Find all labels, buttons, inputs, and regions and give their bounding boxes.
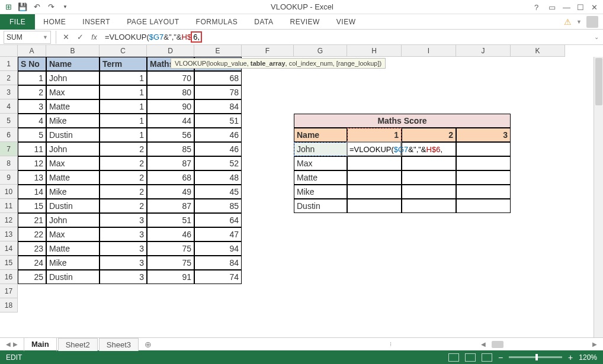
cell-maths-8[interactable]: 68 <box>147 170 194 185</box>
cell-sno-13[interactable]: 23 <box>18 241 46 256</box>
cell-name-8[interactable]: Matte <box>46 170 100 185</box>
colhead-B[interactable]: B <box>46 45 100 57</box>
rowhead-8[interactable]: 8 <box>0 156 17 170</box>
rowhead-4[interactable]: 4 <box>0 99 17 114</box>
rowhead-9[interactable]: 9 <box>0 170 17 185</box>
rowhead-18[interactable]: 18 <box>0 298 17 313</box>
namebox-dropdown-icon[interactable]: ▼ <box>43 34 48 40</box>
sheet-tab-main[interactable]: Main <box>24 337 57 352</box>
colhead-E[interactable]: E <box>194 45 242 57</box>
redo-icon[interactable]: ↷ <box>46 2 56 12</box>
cell-term-13[interactable]: 3 <box>100 241 147 256</box>
cell-sno-3[interactable]: 3 <box>18 99 46 114</box>
cell-sno-11[interactable]: 21 <box>18 213 46 227</box>
cell-term-9[interactable]: 2 <box>100 185 147 199</box>
save-icon[interactable]: 💾 <box>18 2 27 12</box>
rowhead-14[interactable]: 14 <box>0 241 17 256</box>
mcell-Mike-3[interactable] <box>456 185 511 199</box>
colhead-A[interactable]: A <box>18 45 46 57</box>
colhead-J[interactable]: J <box>456 45 511 57</box>
rowhead-11[interactable]: 11 <box>0 199 17 213</box>
cell-name-13[interactable]: Matte <box>46 241 100 256</box>
cell-maths-7[interactable]: 87 <box>147 156 194 170</box>
rowhead-1[interactable]: 1 <box>0 57 17 71</box>
mheader-1[interactable]: 1 <box>347 128 402 142</box>
cell-maths-14[interactable]: 75 <box>147 256 194 270</box>
cell-maths-5[interactable]: 56 <box>147 128 194 142</box>
name-box[interactable]: SUM ▼ <box>4 31 51 44</box>
cell-name-6[interactable]: John <box>46 142 100 156</box>
colhead-D[interactable]: D <box>147 45 194 57</box>
cell-sno-4[interactable]: 4 <box>18 114 46 128</box>
cell-maths-2[interactable]: 80 <box>147 85 194 99</box>
cell-term-2[interactable]: 1 <box>100 85 147 99</box>
colhead-F[interactable]: F <box>242 45 294 57</box>
cell-science-8[interactable]: 48 <box>194 170 242 185</box>
mcell-Max-3[interactable] <box>456 156 511 170</box>
cell-science-10[interactable]: 85 <box>194 199 242 213</box>
zoom-slider[interactable] <box>509 356 562 358</box>
header-sno[interactable]: S No <box>18 57 46 71</box>
select-all-corner[interactable] <box>0 45 18 57</box>
mcell-Mike-2[interactable] <box>402 185 456 199</box>
tab-formulas[interactable]: FORMULAS <box>188 15 246 28</box>
tab-data[interactable]: DATA <box>246 15 281 28</box>
mname-Dustin[interactable]: Dustin <box>294 199 347 213</box>
warning-icon[interactable]: ⚠ <box>564 17 572 27</box>
sheet-tab-sheet3[interactable]: Sheet3 <box>99 338 139 351</box>
cell-term-15[interactable]: 3 <box>100 270 147 284</box>
maths-score-title[interactable]: Maths Score <box>294 114 511 128</box>
mcell-Max-1[interactable] <box>347 156 402 170</box>
colhead-I[interactable]: I <box>402 45 456 57</box>
rowhead-10[interactable]: 10 <box>0 185 17 199</box>
cell-sno-5[interactable]: 5 <box>18 128 46 142</box>
cell-science-15[interactable]: 74 <box>194 270 242 284</box>
vscroll-thumb[interactable] <box>595 58 602 105</box>
cell-maths-10[interactable]: 87 <box>147 199 194 213</box>
cell-science-14[interactable]: 84 <box>194 256 242 270</box>
cell-term-14[interactable]: 3 <box>100 256 147 270</box>
cell-sno-15[interactable]: 25 <box>18 270 46 284</box>
cancel-button[interactable]: ✕ <box>59 33 73 41</box>
mcell-Dustin-1[interactable] <box>347 199 402 213</box>
ribbon-options-icon[interactable]: ▭ <box>549 3 557 11</box>
sheet-tab-sheet2[interactable]: Sheet2 <box>58 338 98 351</box>
mname-Mike[interactable]: Mike <box>294 185 347 199</box>
tab-page-layout[interactable]: PAGE LAYOUT <box>118 15 187 28</box>
cell-term-3[interactable]: 1 <box>100 99 147 114</box>
rowhead-15[interactable]: 15 <box>0 256 17 270</box>
cell-name-10[interactable]: Dustin <box>46 199 100 213</box>
rowhead-2[interactable]: 2 <box>0 71 17 85</box>
cell-maths-12[interactable]: 46 <box>147 227 194 241</box>
cell-term-4[interactable]: 1 <box>100 114 147 128</box>
zoom-in-button[interactable]: + <box>568 353 573 362</box>
rowhead-17[interactable]: 17 <box>0 284 17 298</box>
cell-term-10[interactable]: 2 <box>100 199 147 213</box>
rowhead-16[interactable]: 16 <box>0 270 17 284</box>
cell-name-14[interactable]: Mike <box>46 256 100 270</box>
cell-maths-4[interactable]: 44 <box>147 114 194 128</box>
cell-name-15[interactable]: Dustin <box>46 270 100 284</box>
minimize-icon[interactable]: — <box>563 3 571 11</box>
cell-sno-14[interactable]: 24 <box>18 256 46 270</box>
mcell-Max-2[interactable] <box>402 156 456 170</box>
cell-name-12[interactable]: Max <box>46 227 100 241</box>
cell-term-12[interactable]: 3 <box>100 227 147 241</box>
cell-name-9[interactable]: Mike <box>46 185 100 199</box>
rowhead-3[interactable]: 3 <box>0 85 17 99</box>
tab-home[interactable]: HOME <box>35 15 74 28</box>
cell-sno-2[interactable]: 2 <box>18 85 46 99</box>
cell-science-13[interactable]: 94 <box>194 241 242 256</box>
horizontal-scrollbar[interactable]: ⁝ ◀ ▶ <box>390 340 603 349</box>
tab-insert[interactable]: INSERT <box>74 15 118 28</box>
page-break-view-icon[interactable] <box>482 353 492 362</box>
cell-maths-3[interactable]: 90 <box>147 99 194 114</box>
cell-science-6[interactable]: 46 <box>194 142 242 156</box>
normal-view-icon[interactable] <box>448 353 459 362</box>
rowhead-13[interactable]: 13 <box>0 227 17 241</box>
tab-review[interactable]: REVIEW <box>281 15 328 28</box>
cell-term-6[interactable]: 2 <box>100 142 147 156</box>
cell-science-1[interactable]: 68 <box>194 71 242 85</box>
cell-maths-15[interactable]: 91 <box>147 270 194 284</box>
cell-term-1[interactable]: 1 <box>100 71 147 85</box>
